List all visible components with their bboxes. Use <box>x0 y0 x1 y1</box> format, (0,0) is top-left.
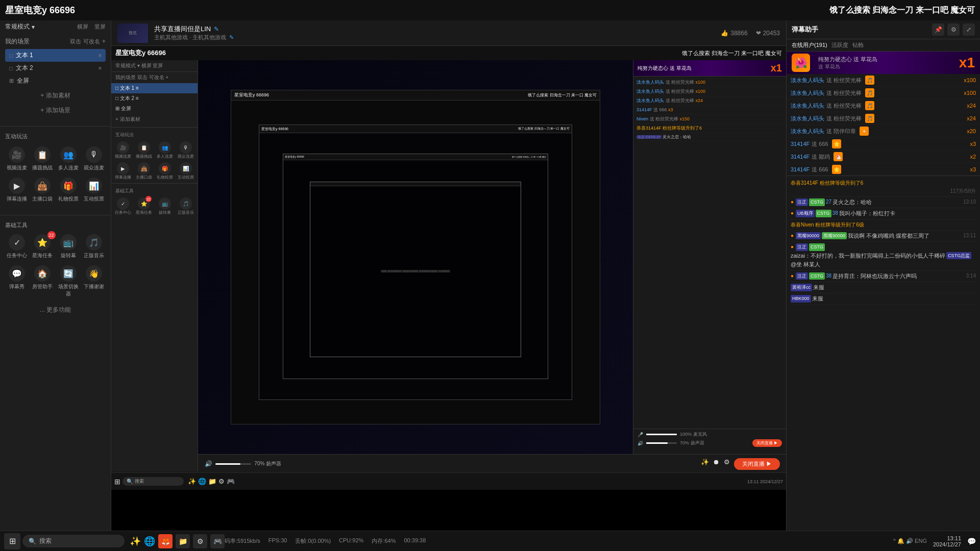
active-tab[interactable]: 活跃度 <box>831 41 848 49</box>
clock-time: 13:11 <box>933 535 961 541</box>
nested-msg-2-count: x100 <box>696 89 706 94</box>
scene-item-1[interactable]: □ 文本 1 ≡ <box>5 49 106 62</box>
tool-thanks[interactable]: 👋 下播谢谢 <box>82 263 106 299</box>
nested-3-area: 星室电竞y 66696 饿了么搜索 归海念—刀 来一口 魔女可 星室电竞y 66… <box>231 101 600 424</box>
taskbar-sparkle-icon[interactable]: ✨ <box>130 536 141 547</box>
tool-gift-vote[interactable]: 🎁 礼物投票 <box>57 176 80 205</box>
chat-settings-btn[interactable]: ⚙ <box>947 23 960 36</box>
tool-task-center[interactable]: ✓ 任务中心 <box>5 232 29 261</box>
msg-1-badge-2: CSTG <box>809 198 825 206</box>
system-msg-2-text: 恭喜Niven 粉丝牌等级升到了6级 <box>791 221 976 229</box>
time-display: 13:11 2024/12/27 <box>933 535 961 547</box>
nested-msg-1: 淡水鱼人码头 送 粉丝荧光棒 x100 <box>636 78 783 87</box>
interactive-title: 互动玩法 <box>5 133 106 140</box>
interactive-tools-section: 互动玩法 🎥 视频连麦 📋 播题挑战 👥 多人连麦 🎙 观众连麦 ▶ 弹幕连播 <box>0 130 111 212</box>
tool-barrage[interactable]: 💬 弹幕秀 <box>5 263 29 299</box>
notification-icon[interactable]: 💬 <box>967 537 976 545</box>
nested-2-right: 饿了么搜索 归海念一刀 来一口 魔女可 <box>528 92 597 98</box>
nested-basic-label-4: 正版音乐 <box>178 210 194 215</box>
more-functions-btn[interactable]: ... 更多功能 <box>10 304 101 316</box>
anchor-pocket-icon: 👜 <box>34 178 51 194</box>
barrage-icon: 💬 <box>9 265 25 282</box>
nested-win-icon: ⊞ <box>114 478 120 486</box>
chat-main-tab[interactable]: 弹幕助手 <box>792 25 818 34</box>
nested-video-area: 星室电竞y 66696 饿了么搜索 归海念一刀 来一口 魔女可 星室电竞y 66… <box>198 60 633 454</box>
tool-audience-link[interactable]: 🎙 观众连麦 <box>82 144 106 173</box>
system-msg-1-text: 恭喜31414F 粉丝牌等级升到了6 <box>791 180 976 187</box>
taskbar-search-bar[interactable]: 🔍 搜索 <box>22 535 125 547</box>
mode-select[interactable]: 常规模式 ▾ 横屏 竖屏 <box>0 20 111 33</box>
status-bar: ⊞ 🔍 搜索 ✨ 🌐 🦊 📁 ⚙ 🎮 码率:5915kb/s FPS:30 丢帧… <box>0 531 980 551</box>
chat-msg-1: ● 注正 CSTG 27 灵火之恋：哈哈 13:10 <box>791 197 976 208</box>
nested-5-content: ████ ██████████ ███████████ ████████████… <box>310 186 521 356</box>
edit-category-icon[interactable]: ✎ <box>229 34 234 41</box>
taskbar-app-icon-1[interactable]: ⚙ <box>193 534 207 548</box>
tool-barrage-play[interactable]: ▶ 弹幕连播 <box>5 176 29 205</box>
tool-multi-link[interactable]: 👥 多人连麦 <box>57 144 80 173</box>
video-canvas[interactable]: 星室电竞y 66696 饿了么搜索 归海念一刀 来一口吧 魔女可 常规模式 ▾ … <box>111 46 786 490</box>
chat-expand-btn[interactable]: ⤢ <box>963 23 975 36</box>
nested-msg-4-count: x3 <box>668 107 673 112</box>
nested-basic-icon-3: 📺 <box>159 197 171 210</box>
msg-6-badge-1: 裳裕泽cc <box>791 284 812 291</box>
nested-stream-bottom: 🎤 100% 麦克风 🔊 70% 扬声器 <box>111 455 786 473</box>
windows-start-icon[interactable]: ⊞ <box>4 533 20 549</box>
curtain-label: 旋转幕 <box>61 252 76 259</box>
gift-item-6: 31414F 送 666 🌟 x3 <box>787 138 980 151</box>
nested-basic-tools-label: 基础工具 <box>111 186 198 196</box>
nested-taskbar-game: 🎮 <box>227 478 235 485</box>
audience-link-label: 观众连麦 <box>84 164 104 171</box>
scene-item-2[interactable]: □ 文本 2 ≡ <box>5 62 106 74</box>
tool-music[interactable]: 🎵 正版音乐 <box>82 232 106 261</box>
gift-icon-7: 🐔 <box>834 152 843 161</box>
cpu-status: CPU:92% <box>339 537 363 545</box>
gift-user-8: 31414F <box>791 166 810 172</box>
msg-4-dot: ● <box>791 243 794 251</box>
nested-speaker-bar-fill <box>215 463 240 465</box>
add-scene-btn[interactable]: + 添加场景 <box>10 104 101 117</box>
taskbar-live-icon[interactable]: 🦊 <box>158 534 173 548</box>
tool-video-link[interactable]: 🎥 视频连麦 <box>5 144 29 173</box>
msg-1-dot: ● <box>791 198 794 206</box>
taskbar-folder-icon[interactable]: 📁 <box>176 534 190 548</box>
nested-4-area: 星室电竞y 66696 饿了么搜索 归海念—刀 来一口吧 魔女 <box>259 133 572 399</box>
gift-list: 淡水鱼人码头 送 粉丝荧光棒 🎵 x100 淡水鱼人码头 送 粉丝荧光棒 🎵 x… <box>787 74 980 176</box>
nested-end-stream-btn[interactable]: 关闭直播 ▶ <box>734 458 780 470</box>
taskbar-app-icon-2[interactable]: 🎮 <box>210 534 225 548</box>
gift-item-1: 淡水鱼人码头 送 粉丝荧光棒 🎵 x100 <box>787 74 980 87</box>
taskbar-app-icons: ✨ 🌐 🦊 📁 ⚙ 🎮 <box>130 534 225 548</box>
tool-scene-switcher[interactable]: 🔄 场景切换器 <box>57 263 80 299</box>
gift-icon-6: 🌟 <box>832 139 841 148</box>
tool-curtain[interactable]: 📺 旋转幕 <box>57 232 80 261</box>
tool-play-challenge[interactable]: 📋 播题挑战 <box>31 144 54 173</box>
nested-mic-slider <box>646 434 677 435</box>
scene-item-3[interactable]: ⊞ 全屏 <box>5 74 106 87</box>
gift-item-5: 淡水鱼人码头 送 陪伴印章 ✦ x20 <box>787 125 980 138</box>
edit-title-icon[interactable]: ✎ <box>214 26 219 33</box>
diamond-tab[interactable]: 钻舱 <box>852 41 864 49</box>
gift-count-4: x24 <box>967 115 976 121</box>
chat-pin-btn[interactable]: 📌 <box>932 23 944 36</box>
nested-msg-5-count: x150 <box>680 116 690 121</box>
nested-msg-4-action: 送 666 <box>653 107 668 112</box>
nested-tool-label-8: 互动投票 <box>178 174 194 180</box>
nested-tool-label-5: 弹幕连播 <box>115 174 131 180</box>
add-material-btn[interactable]: + 添加素材 <box>10 89 101 102</box>
tool-star-sea[interactable]: ⭐ 22 星海任务 <box>31 232 54 261</box>
gift-action-2: 送 粉丝荧光棒 <box>826 89 862 97</box>
nested-end-btn[interactable]: 关闭直播 ▶ <box>752 439 782 447</box>
nested-4-topbar: 星室电竞y 66696 饿了么搜索 归海念—刀 来一口吧 魔女 <box>283 154 548 160</box>
tool-anchor-pocket[interactable]: 👜 主播口袋 <box>31 176 54 205</box>
tool-room-manager[interactable]: 🏠 房管助手 <box>31 263 54 299</box>
add-scene-icon[interactable]: + <box>102 38 106 45</box>
tool-interact-vote[interactable]: 📊 互动投票 <box>82 176 106 205</box>
gift-user-4: 淡水鱼人码头 <box>791 115 824 122</box>
taskbar-globe-icon[interactable]: 🌐 <box>144 536 155 547</box>
gift-action-4: 送 粉丝荧光棒 <box>826 115 862 122</box>
msg-7-text: 来服 <box>812 295 823 303</box>
msg-1-badge-3: 27 <box>826 198 831 206</box>
chat-tabs-row: 在线用户(191) 活跃度 钻舱 <box>787 39 980 52</box>
play-challenge-label: 播题挑战 <box>32 164 53 171</box>
msg-1-time: 13:10 <box>963 198 976 206</box>
nested-tool-icon-7: 🎁 <box>159 162 171 174</box>
